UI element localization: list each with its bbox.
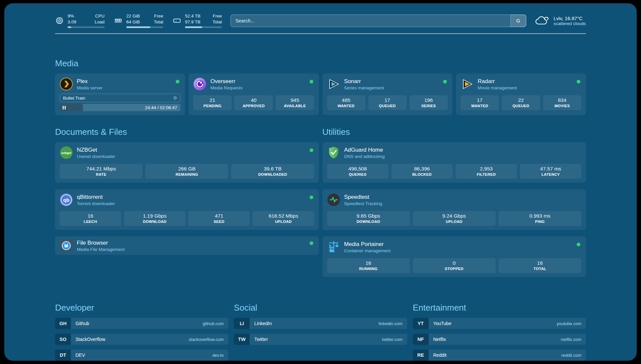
stat-box: 16 TOTAL xyxy=(499,258,581,273)
service-title: File Browser xyxy=(77,240,125,246)
service-card-sonarr[interactable]: Sonarr Series management 485 WANTED 17 Q… xyxy=(322,74,452,115)
service-subtitle: Container management xyxy=(344,248,391,253)
gear-icon[interactable]: ⚙ xyxy=(173,96,177,100)
stat-label: QUERIES xyxy=(328,172,387,176)
stat-box: 834 MOVIES xyxy=(543,95,581,110)
cpu-usage-label: CPU xyxy=(95,13,105,19)
disk-widget: 52.4 TB 97.9 TB Free Total xyxy=(172,13,222,28)
bookmark-domain: reddit.com xyxy=(561,353,581,358)
service-card-overseerr[interactable]: Overseerr Media Requests 21 PENDING 40 A… xyxy=(189,74,319,115)
bookmark-twitter[interactable]: TW Twitter twitter.com xyxy=(234,334,407,345)
stat-label: RATE xyxy=(61,172,141,176)
stat-value: 618.52 Mbps xyxy=(254,213,313,219)
qbittorrent-icon: qb xyxy=(60,193,73,206)
stat-value: 196 xyxy=(411,97,446,103)
radarr-icon xyxy=(461,77,474,91)
cpu-load-value: 3.09 xyxy=(68,19,76,25)
stat-label: DOWNLOAD xyxy=(125,220,184,224)
stat-label: DOWNLOADED xyxy=(232,172,313,176)
system-resources: 9% 3.09 CPU Load xyxy=(55,13,222,28)
stat-box: 17 WANTED xyxy=(461,95,499,110)
status-dot xyxy=(310,196,313,199)
stat-box: 16 LEECH xyxy=(60,211,121,226)
service-card-adguard-home[interactable]: AdGuard Home DNS and adblocking 498,508 … xyxy=(322,142,586,183)
bookmark-dev[interactable]: DT DEV dev.to xyxy=(55,349,228,361)
plex-icon xyxy=(60,77,73,91)
stat-label: TOTAL xyxy=(500,267,580,271)
service-title: AdGuard Home xyxy=(344,147,385,153)
stat-value: 0.993 ms xyxy=(500,213,580,219)
service-subtitle: Movie management xyxy=(478,85,517,90)
stat-value: 266 GB xyxy=(147,166,227,172)
stat-label: SEED xyxy=(190,220,248,224)
header-divider xyxy=(55,33,586,34)
stat-label: PING xyxy=(500,220,580,224)
stat-value: 16 xyxy=(328,260,409,266)
bookmark-stackoverflow[interactable]: SO StackOverflow stackoverflow.com xyxy=(55,334,228,345)
service-card-plex[interactable]: Plex Media server Bullet Train ⚙ 24:44 xyxy=(55,74,185,115)
stat-value: 16 xyxy=(500,260,580,266)
weather-location-temp: Lviv, 16.87°C xyxy=(554,15,586,21)
stat-value: 2,953 xyxy=(457,166,516,172)
bookmark-github[interactable]: GH Github github.com xyxy=(55,318,228,329)
bookmark-reddit[interactable]: RE Reddit reddit.com xyxy=(413,349,586,361)
weather-widget: Lviv, 16.87°C scattered clouds xyxy=(535,15,586,27)
cloud-icon xyxy=(535,15,549,27)
disk-total-value: 97.9 TB xyxy=(185,19,200,25)
bookmark-netflix[interactable]: NF Netflix netflix.com xyxy=(413,334,586,345)
memory-free-value: 22 GiB xyxy=(126,13,140,19)
now-playing-title: Bullet Train xyxy=(63,96,85,101)
stat-value: 21 xyxy=(195,97,230,103)
bookmark-abbr: SO xyxy=(55,334,71,345)
service-card-radarr[interactable]: Radarr Movie management 17 WANTED 22 QUE… xyxy=(456,74,586,115)
cpu-progress-bar xyxy=(68,26,105,28)
stat-value: 945 xyxy=(277,97,313,103)
stat-label: WANTED xyxy=(328,104,364,108)
adguard-icon xyxy=(327,146,340,159)
service-card-speedtest[interactable]: Speedtest Speedtest Tracking 9.65 Gbps D… xyxy=(322,189,586,230)
service-card-file-browser[interactable]: File Browser Media File Management xyxy=(55,236,319,255)
status-dot xyxy=(310,241,313,245)
service-title: Overseerr xyxy=(210,78,243,85)
stat-value: 40 xyxy=(236,97,271,103)
search-provider-button[interactable]: G xyxy=(510,15,526,27)
stat-value: 22 xyxy=(503,97,539,103)
stat-box: 485 WANTED xyxy=(327,95,365,110)
bookmark-group-social: Social LI LinkedIn linkedin.com TW Twitt… xyxy=(234,303,407,361)
service-title: qBittorrent xyxy=(77,194,115,200)
stat-box: 2,953 FILTERED xyxy=(456,164,517,179)
stat-label: QUEUED xyxy=(370,104,405,108)
memory-total-label: Total xyxy=(154,19,163,25)
service-card-media-portainer[interactable]: Media Portainer Container management 16 … xyxy=(322,236,586,277)
weather-condition: scattered clouds xyxy=(554,21,586,26)
service-subtitle: Series management xyxy=(344,85,384,90)
service-card-qbittorrent[interactable]: qb qBittorrent Torrent downloader 16 LEE… xyxy=(55,189,319,230)
cpu-icon xyxy=(55,16,64,25)
disk-total-label: Total xyxy=(212,19,222,25)
section-title-developer: Developer xyxy=(55,303,228,313)
bookmark-group-entertainment: Entertainment YT YouTube youtube.com NF … xyxy=(413,303,586,361)
stat-box: 16 RUNNING xyxy=(327,258,410,273)
bookmark-name: Netflix xyxy=(433,337,446,342)
disk-progress-bar xyxy=(185,26,222,28)
bookmark-linkedin[interactable]: LI LinkedIn linkedin.com xyxy=(234,318,407,329)
stat-box: 618.52 Mbps UPLOAD xyxy=(253,211,314,226)
service-title: Media Portainer xyxy=(344,241,391,248)
stat-label: UPLOAD xyxy=(414,220,494,224)
bookmark-abbr: DT xyxy=(55,349,71,361)
service-card-nzbget[interactable]: nzbget NZBGet Usenet downloader 744.21 M… xyxy=(55,142,319,183)
overseerr-icon xyxy=(193,77,206,91)
bookmark-name: LinkedIn xyxy=(254,321,272,326)
bookmark-domain: github.com xyxy=(203,321,224,326)
status-dot xyxy=(577,243,580,246)
search-input[interactable] xyxy=(230,15,526,27)
stat-box: 9.24 Gbps UPLOAD xyxy=(413,211,496,226)
service-title: Radarr xyxy=(478,78,517,85)
stat-box: 266 GB REMAINING xyxy=(145,164,228,179)
bookmark-youtube[interactable]: YT YouTube youtube.com xyxy=(413,318,586,329)
service-subtitle: DNS and adblocking xyxy=(344,154,385,159)
stat-box: 21 PENDING xyxy=(193,95,231,110)
disk-icon xyxy=(172,16,181,25)
memory-widget: 22 GiB 64 GiB Free Total xyxy=(114,13,163,28)
cpu-load-label: Load xyxy=(95,19,105,25)
